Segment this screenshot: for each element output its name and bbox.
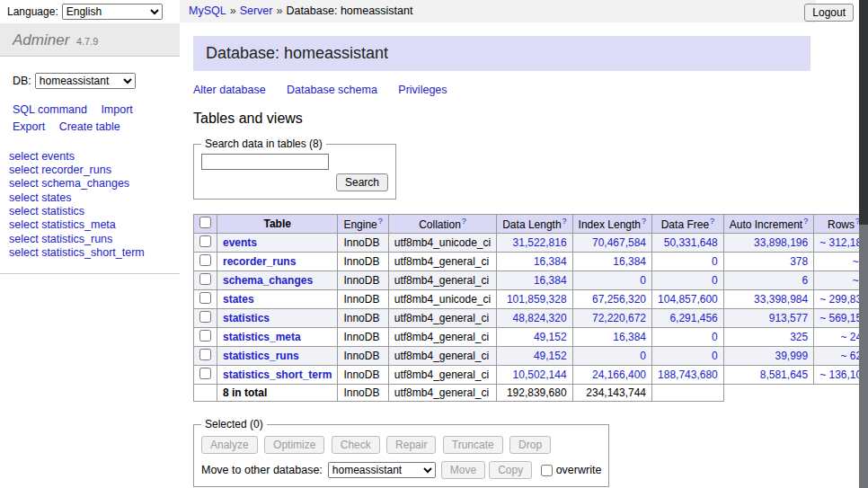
row-checkbox[interactable] [199,368,211,379]
copy-button[interactable]: Copy [489,461,532,479]
doc-link[interactable]: ? [562,217,567,226]
search-button[interactable]: Search [336,173,388,191]
overwrite-checkbox[interactable] [541,465,553,476]
table-row: statistics_short_term InnoDB utf8mb4_gen… [194,366,868,385]
truncate-button[interactable]: Truncate [443,436,503,454]
doc-link[interactable]: ? [710,217,714,226]
row-checkbox-cell [194,309,217,328]
data-length-link[interactable]: 10,502,144 [513,368,567,381]
sidebar-item-select-statistics-runs[interactable]: select statistics_runs [9,233,171,246]
table-name-cell: statistics [217,309,338,328]
engine-cell: InnoDB [338,366,388,385]
auto-increment-link[interactable]: 8,581,645 [760,368,808,381]
data-free-link[interactable]: 104,857,600 [658,293,718,306]
data-length-link[interactable]: 48,824,320 [513,312,567,324]
auto-increment-link[interactable]: 33,398,984 [754,293,808,306]
row-checkbox[interactable] [199,235,211,247]
table-name-link[interactable]: events [223,236,257,249]
auto-increment-link[interactable]: 378 [790,255,808,268]
data-free-link[interactable]: 0 [712,255,718,268]
sidebar-item-select-schema-changes[interactable]: select schema_changes [9,177,171,191]
doc-link[interactable]: ? [462,217,466,226]
breadcrumb-server-link[interactable]: Server [240,4,273,17]
data-free-link[interactable]: 0 [712,350,718,362]
table-name-link[interactable]: states [223,293,254,306]
table-name-link[interactable]: statistics [223,312,270,324]
row-checkbox[interactable] [199,330,211,342]
db-label: DB: [13,75,31,87]
sidebar-create-table-link[interactable]: Create table [59,120,120,133]
data-length-link[interactable]: 16,384 [534,274,567,287]
analyze-button[interactable]: Analyze [201,436,258,454]
sidebar-export-link[interactable]: Export [13,120,45,133]
index-length-cell: 72,220,672 [572,309,651,328]
data-length-link[interactable]: 49,152 [534,331,567,343]
sidebar-import-link[interactable]: Import [101,103,132,116]
optimize-button[interactable]: Optimize [264,436,324,454]
sidebar-item-select-events[interactable]: select events [9,150,171,164]
move-button[interactable]: Move [441,461,485,479]
logout-button[interactable]: Logout [804,4,854,22]
data-length-link[interactable]: 31,522,816 [513,236,567,249]
auto-increment-link[interactable]: 6 [802,274,808,287]
data-free-link[interactable]: 50,331,648 [664,236,718,249]
auto-increment-link[interactable]: 39,999 [775,350,808,362]
doc-link[interactable]: ? [803,217,808,226]
data-length-link[interactable]: 101,859,328 [507,293,567,306]
row-checkbox[interactable] [199,254,211,266]
drop-button[interactable]: Drop [509,436,551,454]
privileges-link[interactable]: Privileges [398,84,447,96]
alter-database-link[interactable]: Alter database [193,84,266,96]
col-header-collation-label: Collation [419,218,461,231]
data-free-link[interactable]: 188,743,680 [658,368,718,381]
language-select[interactable]: English [62,4,163,20]
database-schema-link[interactable]: Database schema [287,84,377,96]
table-name-link[interactable]: recorder_runs [223,255,296,268]
data-length-link[interactable]: 49,152 [534,350,567,362]
table-name-link[interactable]: statistics_runs [223,350,299,362]
check-button[interactable]: Check [332,436,380,454]
row-checkbox[interactable] [199,311,211,323]
index-length-link[interactable]: 67,256,320 [592,293,646,306]
sidebar-item-select-statistics[interactable]: select statistics [9,205,171,218]
data-length-link[interactable]: 16,384 [534,255,567,268]
vertical-scrollbar[interactable] [859,0,868,488]
scrollbar-thumb[interactable] [859,0,868,225]
auto-increment-link[interactable]: 325 [790,331,808,343]
row-checkbox[interactable] [199,273,211,285]
row-checkbox[interactable] [199,292,211,304]
breadcrumb-mysql-link[interactable]: MySQL [189,4,226,17]
auto-increment-link[interactable]: 33,898,196 [754,236,808,249]
data-free-link[interactable]: 0 [712,331,718,343]
data-free-link[interactable]: 0 [712,274,718,287]
index-length-link[interactable]: 72,220,672 [592,312,646,324]
search-input[interactable] [201,154,329,170]
doc-link[interactable]: ? [378,217,383,226]
doc-link[interactable]: ? [642,217,646,226]
move-db-select[interactable]: homeassistant [328,462,436,478]
auto-increment-link[interactable]: 913,577 [769,312,808,324]
sidebar: Adminer 4.7.9 DB:homeassistant SQL comma… [0,23,180,488]
index-length-link[interactable]: 16,384 [613,255,646,268]
table-name-link[interactable]: statistics_short_term [223,368,332,381]
repair-button[interactable]: Repair [386,436,436,454]
sidebar-item-select-statistics-short-term[interactable]: select statistics_short_term [9,246,171,260]
move-row: Move to other database:homeassistantMove… [201,461,601,479]
data-free-link[interactable]: 6,291,456 [669,312,717,324]
total-check-cell [194,385,217,402]
sidebar-item-select-statistics-meta[interactable]: select statistics_meta [9,218,171,232]
index-length-link[interactable]: 16,384 [613,331,646,343]
index-length-link[interactable]: 24,166,400 [592,368,646,381]
db-select[interactable]: homeassistant [35,73,136,89]
app-logo: Adminer 4.7.9 [0,23,180,57]
index-length-link[interactable]: 0 [640,274,646,287]
sidebar-item-select-states[interactable]: select states [9,191,171,205]
sidebar-item-select-recorder-runs[interactable]: select recorder_runs [9,164,171,177]
table-name-link[interactable]: statistics_meta [223,331,301,343]
sidebar-sql-command-link[interactable]: SQL command [13,103,87,116]
index-length-link[interactable]: 0 [640,350,646,362]
index-length-link[interactable]: 70,467,584 [592,236,646,249]
row-checkbox[interactable] [199,349,211,360]
check-all-checkbox[interactable] [199,217,211,228]
table-name-link[interactable]: schema_changes [223,274,313,287]
